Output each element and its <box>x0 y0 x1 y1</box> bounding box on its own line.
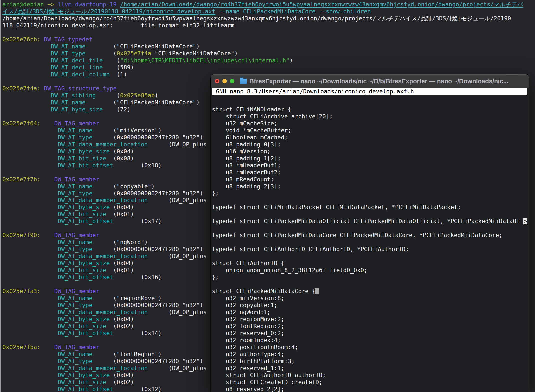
nano-code-line[interactable]: u32 regionMove:2; <box>212 316 529 323</box>
nano-code-line[interactable]: struct CFLCreateID createID; <box>212 379 529 386</box>
terminal-line: DW_AT_name ("CFLiPackedMiiDataCore") <box>2 43 535 50</box>
code-text: }; <box>212 274 219 280</box>
terminal-screen: arian@debian ~> llvm-dwarfdump-19 /home/… <box>0 0 535 392</box>
code-text: typedef struct CFLiAuthorID CFLiAuthorID… <box>212 246 409 252</box>
nano-code-line[interactable]: typedef struct CFLiPackedMiiDataOfficial… <box>212 218 529 225</box>
code-text: u32 birthPlatform:3; <box>212 358 295 364</box>
code-text: struct CFLiArchive archive[20]; <box>212 113 333 120</box>
nano-code-line[interactable]: u16 mVersion; <box>212 148 529 155</box>
terminal-line: /home/arian/Downloads/dwango/ro4h37fieb6… <box>2 15 535 22</box>
nano-code-line[interactable]: void *mCacheBuffer; <box>212 127 529 134</box>
line-continuation-marker: > <box>523 218 527 224</box>
nano-code-line[interactable]: u32 miiVersion:8; <box>212 295 529 302</box>
folder-icon <box>240 79 247 84</box>
nano-code-line[interactable]: u8 mReadCount; <box>212 176 529 183</box>
nano-code-line[interactable]: u8 reserved_2[2]; <box>212 386 529 392</box>
nano-code-line[interactable]: struct CFLiAuthorID { <box>212 260 529 267</box>
nano-code-line[interactable]: u32 copyable:1; <box>212 302 529 309</box>
code-text: }; <box>212 190 219 196</box>
nano-code-line[interactable] <box>212 225 529 232</box>
code-text: u32 copyable:1; <box>212 302 277 308</box>
terminal-line: DW_AT_decl_file ("d:\home\CTR\MEDIT\libC… <box>2 57 535 64</box>
code-text: u32 fontRegion:2; <box>212 323 284 329</box>
code-text: struct CFLiAuthorID { <box>212 260 284 266</box>
code-text: u8 padding_2[3]; <box>212 183 281 190</box>
nano-code-line[interactable]: typedef struct CFLiMiiDataPacket CFLiMii… <box>212 204 529 211</box>
nano-code-line[interactable]: u32 fontRegion:2; <box>212 323 529 330</box>
terminal-line: DW_AT_decl_line (589) <box>2 64 535 71</box>
nano-code-line[interactable]: u32 mCacheSize; <box>212 120 529 127</box>
nano-editor[interactable]: struct CFLiNANDLoader { struct CFLiArchi… <box>211 95 529 392</box>
code-text: u8 mReadCount; <box>212 176 274 183</box>
code-text: u32 ngWord:1; <box>212 309 270 315</box>
nano-code-line[interactable] <box>212 99 529 106</box>
nano-filename: /Users/arian/Downloads/niconico_develop.… <box>258 88 414 95</box>
terminal-line: arian@debian ~> llvm-dwarfdump-19 /home/… <box>2 1 535 8</box>
nano-code-line[interactable]: }; <box>212 190 529 197</box>
code-text: void *mCacheBuffer; <box>212 127 291 134</box>
nano-code-line[interactable] <box>212 281 529 288</box>
code-text: GLboolean mCached; <box>212 134 288 141</box>
code-text: union anon_union_8_2_38f12a6f field0_0x0… <box>212 267 367 273</box>
code-text: u32 mCacheSize; <box>212 120 277 127</box>
nano-code-line[interactable]: union anon_union_8_2_38f12a6f field0_0x0… <box>212 267 529 274</box>
close-button[interactable] <box>215 79 219 83</box>
nano-code-line[interactable]: typedef struct CFLiAuthorID CFLiAuthorID… <box>212 246 529 253</box>
code-text: u8 *mHeaderBuf2; <box>212 169 281 176</box>
nano-code-line[interactable] <box>212 211 529 218</box>
nano-code-line[interactable]: u32 reserved_1:1; <box>212 365 529 372</box>
code-text: u32 roomIndex:4; <box>212 337 281 343</box>
nano-titlebar[interactable]: BfresExporter — nano ~/Downloads/nic ~/D… <box>211 74 529 88</box>
code-text: struct CFLiAuthorID authorID; <box>212 372 326 378</box>
code-text: u16 mVersion; <box>212 148 270 155</box>
nano-code-line[interactable]: struct CFLiArchive archive[20]; <box>212 113 529 120</box>
nano-code-line[interactable] <box>212 197 529 204</box>
code-text: u8 padding_0[3]; <box>212 141 281 148</box>
code-text: struct CFLCreateID createID; <box>212 379 322 385</box>
nano-code-line[interactable]: struct CFLiAuthorID authorID; <box>212 372 529 379</box>
code-text: u32 reserved_1:1; <box>212 365 284 371</box>
code-text: u8 reserved_2[2]; <box>212 386 284 392</box>
code-text: u32 miiVersion:8; <box>212 295 284 301</box>
nano-code-line[interactable]: u32 positionInRoom:4; <box>212 344 529 351</box>
terminal-line: イス/品証/3DS/検証モジュール/20190118_042119/niconi… <box>2 8 535 15</box>
nano-code-line[interactable]: GLboolean mCached; <box>212 134 529 141</box>
code-text: u32 positionInRoom:4; <box>212 344 298 350</box>
terminal-line: DW_AT_type (0x025e7f4a "CFLiPackedMiiDat… <box>2 50 535 57</box>
nano-code-line[interactable]: u32 reserved_0:2; <box>212 330 529 337</box>
nano-code-line[interactable]: struct CFLiNANDLoader { <box>212 106 529 113</box>
terminal-line: 118_042119/niconico_develop.axf: file fo… <box>2 22 535 29</box>
nano-code-line[interactable]: typedef struct CFLiPackedMiiDataCore CFL… <box>212 232 529 239</box>
terminal-line <box>2 29 535 36</box>
nano-code-line[interactable]: u8 *mHeaderBuf2; <box>212 169 529 176</box>
nano-code-line[interactable]: u32 birthPlatform:3; <box>212 358 529 365</box>
terminal-line: 0x025e76cb: DW_TAG_typedef <box>2 36 535 43</box>
nano-header: GNU nano 8.3 /Users/arian/Downloads/nico… <box>212 88 527 95</box>
nano-code-line[interactable]: struct CFLiPackedMiiDataCore { <box>212 288 529 295</box>
code-text: u8 *mHeaderBuf1; <box>212 162 281 169</box>
nano-version: GNU nano 8.3 <box>216 88 257 95</box>
window-edge-line <box>0 0 1 392</box>
nano-code-line[interactable]: u32 ngWord:1; <box>212 309 529 316</box>
code-text: u32 authorType:4; <box>212 351 284 357</box>
nano-code-line[interactable] <box>212 239 529 246</box>
nano-code-line[interactable]: u8 padding_1[2]; <box>212 155 529 162</box>
text-cursor <box>315 288 319 294</box>
minimize-button[interactable] <box>222 79 227 83</box>
code-text: typedef struct CFLiMiiDataPacket CFLiMii… <box>212 204 461 210</box>
code-text: u32 regionMove:2; <box>212 316 284 322</box>
nano-code-line[interactable]: }; <box>212 274 529 281</box>
window-title: BfresExporter — nano ~/Downloads/nic ~/D… <box>249 78 508 85</box>
nano-code-line[interactable]: u32 authorType:4; <box>212 351 529 358</box>
nano-code-line[interactable]: u8 *mHeaderBuf1; <box>212 162 529 169</box>
nano-code-line[interactable]: u32 roomIndex:4; <box>212 337 529 344</box>
zoom-button[interactable] <box>230 79 234 83</box>
code-text: typedef struct CFLiPackedMiiDataOfficial… <box>212 218 520 224</box>
nano-code-line[interactable]: u8 padding_0[3]; <box>212 141 529 148</box>
code-text: struct CFLiPackedMiiDataCore { <box>212 288 315 294</box>
code-text: u32 reserved_0:2; <box>212 330 284 336</box>
nano-code-line[interactable]: u8 padding_2[3]; <box>212 183 529 190</box>
nano-code-line[interactable] <box>212 253 529 260</box>
code-text: typedef struct CFLiPackedMiiDataCore CFL… <box>212 232 502 238</box>
code-text: struct CFLiNANDLoader { <box>212 106 291 113</box>
